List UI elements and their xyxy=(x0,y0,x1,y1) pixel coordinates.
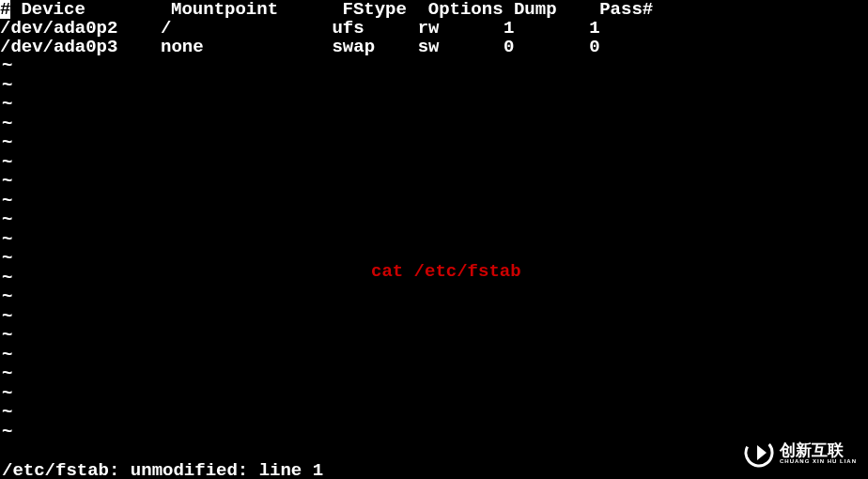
vi-tilde: ~ xyxy=(0,76,868,96)
vi-tilde: ~ xyxy=(0,95,868,115)
fstab-row: /dev/ada0p3 none swap sw 0 0 xyxy=(0,38,868,56)
vi-tilde: ~ xyxy=(0,307,868,327)
col-device: Device xyxy=(10,0,171,19)
vi-tilde: ~ xyxy=(0,56,868,76)
vi-tilde: ~ xyxy=(0,326,868,346)
cell-options: rw xyxy=(418,19,504,38)
vi-tilde: ~ xyxy=(0,153,868,173)
col-mountpoint: Mountpoint xyxy=(171,0,342,19)
vi-tilde: ~ xyxy=(0,133,868,153)
vi-tilde: ~ xyxy=(0,172,868,192)
cell-pass: 0 xyxy=(589,38,599,56)
cell-pass: 1 xyxy=(589,19,599,38)
cell-fstype: ufs xyxy=(332,19,417,38)
vi-tilde: ~ xyxy=(0,384,868,404)
logo-icon xyxy=(744,438,774,468)
vi-status-line: /etc/fstab: unmodified: line 1 xyxy=(2,460,323,479)
col-dump: Dump xyxy=(514,0,599,19)
vi-tilde: ~ xyxy=(0,364,868,384)
vi-tilde: ~ xyxy=(0,423,868,442)
col-pass: Pass# xyxy=(599,0,653,19)
cell-fstype: swap xyxy=(332,38,417,56)
cell-device: /dev/ada0p2 xyxy=(0,19,161,38)
vi-tilde: ~ xyxy=(0,230,868,250)
vi-tilde: ~ xyxy=(0,403,868,423)
vi-tilde: ~ xyxy=(0,346,868,365)
vi-tilde: ~ xyxy=(0,192,868,211)
vi-tilde: ~ xyxy=(0,115,868,134)
terminal-window: # Device Mountpoint FStype Options Dump … xyxy=(0,0,868,479)
vi-tilde: ~ xyxy=(0,210,868,230)
cell-dump: 1 xyxy=(504,19,589,38)
annotation-overlay: cat /etc/fstab xyxy=(371,261,521,282)
cell-dump: 0 xyxy=(504,38,589,56)
cell-device: /dev/ada0p3 xyxy=(0,38,161,56)
cursor-hash: # xyxy=(0,0,10,19)
cell-options: sw xyxy=(418,38,504,56)
vi-tilde: ~ xyxy=(0,287,868,307)
col-options: Options xyxy=(428,0,514,19)
svg-marker-1 xyxy=(757,445,767,460)
cell-mountpoint: / xyxy=(161,19,332,38)
logo-sub-text: CHUANG XIN HU LIAN xyxy=(780,458,857,464)
fstab-header-row: # Device Mountpoint FStype Options Dump … xyxy=(0,0,868,19)
watermark-logo: 创新互联 CHUANG XIN HU LIAN xyxy=(744,438,857,468)
logo-text-block: 创新互联 CHUANG XIN HU LIAN xyxy=(780,442,857,464)
fstab-row: /dev/ada0p2 / ufs rw 1 1 xyxy=(0,19,868,38)
col-fstype: FStype xyxy=(343,0,428,19)
cell-mountpoint: none xyxy=(161,38,332,56)
logo-main-text: 创新互联 xyxy=(780,442,857,458)
